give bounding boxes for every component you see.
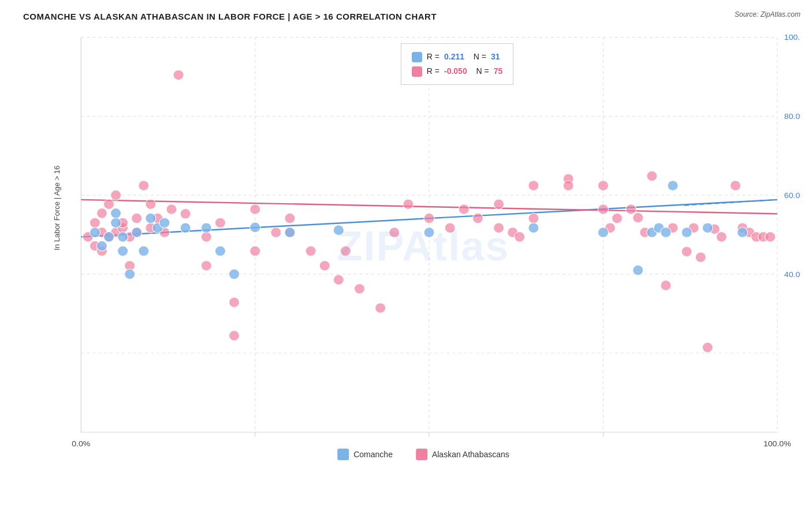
svg-point-84 — [647, 171, 657, 181]
svg-point-76 — [563, 181, 573, 191]
svg-point-100 — [96, 241, 107, 251]
svg-point-126 — [668, 181, 678, 191]
svg-point-73 — [528, 181, 539, 191]
svg-point-51 — [229, 331, 239, 341]
svg-point-78 — [598, 204, 608, 215]
svg-point-90 — [702, 342, 713, 353]
comanche-r-label: R = — [427, 50, 439, 64]
svg-point-82 — [633, 212, 643, 223]
svg-point-54 — [271, 227, 281, 238]
svg-text:80.0%: 80.0% — [784, 111, 800, 121]
svg-text:40.0%: 40.0% — [784, 270, 800, 279]
legend-box: R = 0.211 N = 31 R = -0.050 N = 75 — [401, 43, 513, 85]
svg-point-120 — [528, 223, 539, 233]
svg-point-68 — [472, 213, 483, 223]
chart-area: In Labor Force | Age > 16 ZIPAtlas R = 0… — [46, 26, 800, 466]
svg-point-122 — [633, 265, 643, 275]
svg-point-99 — [90, 227, 100, 238]
bottom-legend-comanche: Comanche — [337, 449, 393, 460]
svg-point-53 — [250, 204, 260, 215]
svg-point-89 — [695, 252, 706, 263]
svg-point-45 — [173, 70, 184, 80]
svg-text:100.0%: 100.0% — [763, 439, 791, 448]
svg-point-105 — [118, 246, 128, 256]
svg-point-44 — [166, 204, 177, 215]
svg-point-109 — [146, 213, 156, 223]
svg-point-77 — [598, 181, 608, 191]
svg-point-80 — [612, 213, 623, 223]
svg-point-63 — [389, 227, 400, 238]
comanche-n-value: 31 — [491, 50, 500, 64]
svg-point-58 — [319, 260, 330, 271]
svg-point-69 — [494, 223, 504, 233]
svg-point-85 — [661, 281, 671, 291]
svg-point-48 — [201, 260, 211, 271]
svg-point-57 — [306, 246, 316, 256]
chart-container: COMANCHE VS ALASKAN ATHABASCAN IN LABOR … — [0, 0, 812, 515]
svg-point-52 — [250, 246, 260, 256]
svg-point-98 — [765, 232, 776, 242]
svg-point-129 — [737, 227, 747, 238]
svg-point-104 — [118, 232, 128, 242]
svg-point-112 — [180, 223, 191, 233]
svg-point-62 — [375, 303, 386, 314]
svg-point-56 — [285, 213, 295, 223]
svg-text:100.0%: 100.0% — [784, 33, 800, 42]
svg-text:60.0%: 60.0% — [784, 191, 800, 200]
alaskan-swatch — [412, 66, 422, 77]
scatter-plot: 100.0% 80.0% 60.0% 40.0% 0.0% 100.0% — [46, 26, 800, 466]
svg-point-59 — [333, 275, 344, 285]
comanche-n-label: N = — [469, 50, 486, 64]
source-label: Source: ZipAtlas.com — [735, 10, 800, 18]
svg-point-37 — [132, 213, 142, 223]
comanche-r-value: 0.211 — [444, 50, 464, 64]
comanche-bottom-label: Comanche — [353, 450, 393, 459]
svg-point-114 — [215, 246, 225, 256]
svg-point-29 — [103, 199, 114, 210]
svg-point-46 — [180, 209, 191, 219]
legend-row-comanche: R = 0.211 N = 31 — [412, 50, 502, 64]
svg-point-47 — [201, 232, 211, 242]
comanche-bottom-swatch — [337, 449, 349, 460]
svg-point-72 — [515, 232, 525, 242]
svg-point-118 — [333, 225, 344, 236]
svg-point-39 — [139, 181, 149, 191]
svg-point-106 — [125, 269, 135, 279]
svg-point-49 — [215, 218, 225, 228]
svg-point-125 — [661, 227, 671, 238]
svg-point-102 — [111, 218, 121, 228]
svg-point-107 — [132, 227, 142, 238]
svg-point-127 — [681, 227, 692, 238]
bottom-legend-alaskan: Alaskan Athabascans — [416, 449, 509, 460]
svg-point-93 — [730, 181, 740, 191]
legend-row-alaskan: R = -0.050 N = 75 — [412, 64, 502, 79]
alaskan-bottom-swatch — [416, 449, 427, 460]
svg-point-117 — [285, 227, 295, 238]
svg-point-101 — [103, 232, 114, 242]
svg-point-128 — [702, 223, 713, 233]
svg-point-81 — [626, 204, 636, 215]
svg-point-27 — [96, 208, 107, 219]
svg-point-111 — [159, 218, 170, 228]
svg-point-60 — [340, 246, 351, 256]
alaskan-r-label: R = — [427, 64, 439, 79]
svg-point-25 — [90, 218, 100, 228]
alaskan-n-label: N = — [472, 64, 489, 79]
alaskan-r-value: -0.050 — [444, 64, 467, 79]
y-axis-label: In Labor Force | Age > 16 — [53, 166, 61, 251]
svg-point-92 — [716, 232, 727, 242]
svg-point-50 — [229, 297, 239, 308]
alaskan-bottom-label: Alaskan Athabascans — [432, 450, 509, 459]
svg-point-87 — [681, 247, 692, 257]
comanche-swatch — [412, 52, 422, 62]
chart-title: COMANCHE VS ALASKAN ATHABASCAN IN LABOR … — [23, 12, 800, 21]
svg-point-32 — [111, 190, 121, 200]
svg-point-64 — [403, 199, 414, 210]
svg-point-119 — [424, 227, 434, 238]
svg-point-41 — [146, 199, 156, 210]
svg-point-70 — [494, 199, 504, 210]
svg-point-115 — [229, 269, 239, 279]
svg-point-116 — [250, 222, 260, 233]
svg-point-67 — [459, 204, 469, 215]
svg-point-103 — [111, 208, 121, 219]
